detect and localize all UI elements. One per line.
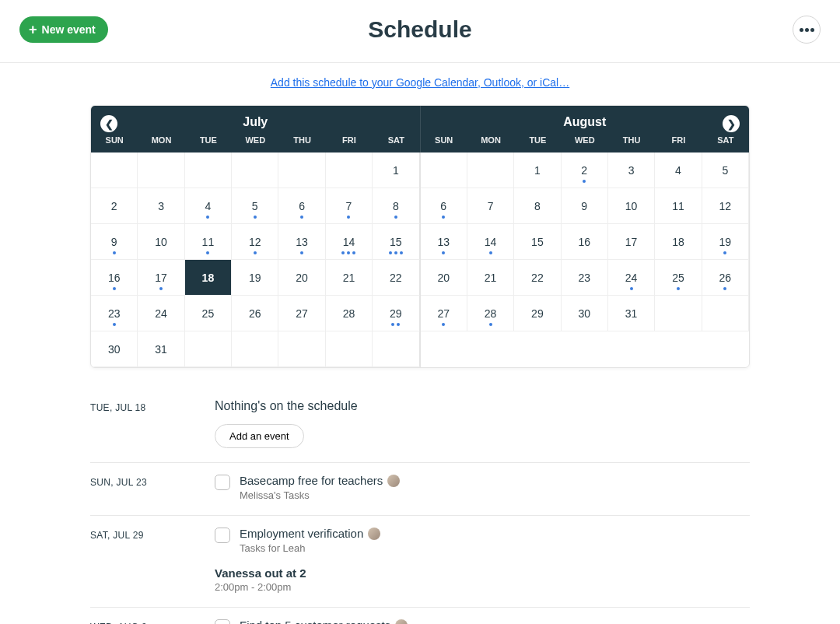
agenda-content: Employment verificationTasks for LeahVan… <box>215 527 750 593</box>
calendar-day[interactable]: 9 <box>91 224 138 260</box>
day-of-week-label: THU <box>608 132 655 152</box>
day-number: 6 <box>440 201 446 212</box>
calendar-day[interactable]: 12 <box>232 224 278 260</box>
calendar-day[interactable]: 25 <box>655 260 702 296</box>
calendar-day[interactable]: 9 <box>562 188 608 224</box>
calendar-day[interactable]: 24 <box>608 260 655 296</box>
new-event-button[interactable]: + New event <box>19 16 108 43</box>
day-number: 29 <box>390 308 402 319</box>
calendar-day[interactable]: 27 <box>278 296 325 331</box>
calendar-day[interactable]: 6 <box>421 188 467 224</box>
calendar-day[interactable]: 27 <box>421 296 467 331</box>
task-checkbox[interactable] <box>215 475 230 490</box>
calendar-day[interactable]: 26 <box>702 260 749 296</box>
calendar-day[interactable]: 14 <box>326 224 373 260</box>
calendar-day[interactable]: 7 <box>326 188 373 224</box>
calendar-day[interactable]: 13 <box>278 224 325 260</box>
task-checkbox[interactable] <box>215 528 230 543</box>
calendar-day[interactable]: 25 <box>185 296 232 331</box>
calendar-day[interactable]: 3 <box>138 188 184 224</box>
calendar-day[interactable]: 4 <box>655 152 702 188</box>
calendar-day[interactable]: 6 <box>278 188 325 224</box>
agenda-task-item[interactable]: Basecamp free for teachersMelissa's Task… <box>215 474 750 501</box>
calendar-day[interactable]: 20 <box>421 260 467 296</box>
agenda-content: Nothing's on the scheduleAdd an event <box>215 399 750 448</box>
prev-month-button[interactable]: ❮ <box>100 115 117 132</box>
day-of-week-header-left: SUNMONTUEWEDTHUFRISAT <box>91 132 420 152</box>
calendar-day[interactable]: 30 <box>562 296 608 331</box>
event-indicator-dots <box>421 251 467 254</box>
calendar-day[interactable]: 14 <box>467 224 514 260</box>
calendar-day[interactable]: 24 <box>138 296 184 331</box>
calendar-day[interactable]: 3 <box>608 152 655 188</box>
calendar-day[interactable]: 5 <box>702 152 749 188</box>
calendar-day[interactable]: 7 <box>467 188 514 224</box>
calendar-day[interactable]: 12 <box>702 188 749 224</box>
calendar-day[interactable]: 31 <box>608 296 655 331</box>
calendar-day-empty <box>655 296 702 331</box>
calendar-day[interactable]: 2 <box>91 188 138 224</box>
calendar-day[interactable]: 8 <box>514 188 561 224</box>
calendar-day[interactable]: 8 <box>373 188 419 224</box>
event-indicator-dots <box>278 216 324 219</box>
calendar-day[interactable]: 13 <box>421 224 467 260</box>
calendar-day[interactable]: 17 <box>608 224 655 260</box>
calendar-day[interactable]: 1 <box>373 152 419 188</box>
calendar-day[interactable]: 22 <box>373 260 419 296</box>
agenda-event[interactable]: Vanessa out at 22:00pm - 2:00pm <box>215 566 750 593</box>
event-indicator-dots <box>232 216 278 219</box>
day-number: 20 <box>437 272 450 283</box>
day-number: 1 <box>534 165 541 176</box>
calendar-day[interactable]: 30 <box>91 331 138 367</box>
task-checkbox[interactable] <box>215 619 230 624</box>
page-title: Schedule <box>368 16 471 43</box>
calendar-day[interactable]: 18 <box>185 260 232 296</box>
add-external-calendar-link[interactable]: Add this schedule to your Google Calenda… <box>271 76 569 89</box>
event-indicator-dots <box>373 251 418 254</box>
calendar-day[interactable]: 21 <box>467 260 514 296</box>
calendar-day[interactable]: 31 <box>138 331 184 367</box>
event-indicator-dots <box>138 287 184 290</box>
calendar-day[interactable]: 5 <box>232 188 278 224</box>
calendar-day[interactable]: 23 <box>91 296 138 331</box>
calendar-day[interactable]: 29 <box>373 296 419 331</box>
calendar-day[interactable]: 16 <box>91 260 138 296</box>
event-indicator-dots <box>467 323 513 326</box>
calendar-day[interactable]: 11 <box>655 188 702 224</box>
day-number: 8 <box>534 201 541 212</box>
calendar-day-empty <box>232 331 278 367</box>
next-month-button[interactable]: ❯ <box>723 115 740 132</box>
event-indicator-dots <box>421 216 467 219</box>
agenda-row: TUE, JUL 18Nothing's on the scheduleAdd … <box>90 388 750 463</box>
agenda-content: Find top 5 customer requestsMelissa's Ta… <box>215 619 750 624</box>
calendar-day[interactable]: 15 <box>514 224 561 260</box>
calendar-day[interactable]: 2 <box>562 152 608 188</box>
calendar-day[interactable]: 17 <box>138 260 184 296</box>
calendar-day[interactable]: 21 <box>326 260 373 296</box>
calendar-day[interactable]: 28 <box>467 296 514 331</box>
calendar-half-right: August SUNMONTUEWEDTHUFRISAT <box>421 106 750 152</box>
plus-icon: + <box>29 23 37 37</box>
calendar-day[interactable]: 16 <box>562 224 608 260</box>
more-menu-button[interactable] <box>793 16 821 44</box>
calendar-day[interactable]: 15 <box>373 224 419 260</box>
calendar-day[interactable]: 19 <box>702 224 749 260</box>
calendar-day[interactable]: 20 <box>278 260 325 296</box>
calendar-day[interactable]: 18 <box>655 224 702 260</box>
calendar-day[interactable]: 19 <box>232 260 278 296</box>
agenda-task-item[interactable]: Employment verificationTasks for Leah <box>215 527 750 554</box>
assignee-avatar <box>368 528 380 540</box>
calendar-day[interactable]: 4 <box>185 188 232 224</box>
day-number: 28 <box>343 308 355 319</box>
calendar-day[interactable]: 22 <box>514 260 561 296</box>
calendar-day[interactable]: 29 <box>514 296 561 331</box>
calendar-day[interactable]: 28 <box>326 296 373 331</box>
calendar-day[interactable]: 26 <box>232 296 278 331</box>
calendar-day[interactable]: 10 <box>138 224 184 260</box>
calendar-day[interactable]: 10 <box>608 188 655 224</box>
add-event-button[interactable]: Add an event <box>215 424 304 448</box>
agenda-task-item[interactable]: Find top 5 customer requestsMelissa's Ta… <box>215 619 750 624</box>
calendar-day[interactable]: 11 <box>185 224 232 260</box>
calendar-day[interactable]: 23 <box>562 260 608 296</box>
calendar-day[interactable]: 1 <box>514 152 561 188</box>
